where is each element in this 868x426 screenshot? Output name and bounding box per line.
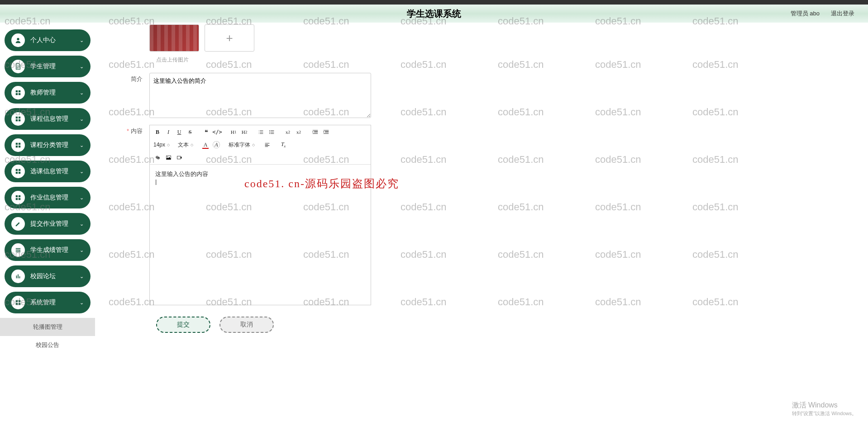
bold-button[interactable]: B (153, 127, 162, 137)
image-button[interactable] (163, 152, 173, 162)
sidebar-item[interactable]: 提交作业管理⌄ (5, 213, 91, 235)
svg-point-29 (269, 132, 270, 133)
submit-button[interactable]: 提交 (156, 317, 210, 333)
upload-add-button[interactable]: + (205, 24, 254, 52)
align-button[interactable] (262, 140, 272, 150)
sidebar-item[interactable]: 个人中心⌄ (5, 29, 91, 51)
upload-row: + (113, 24, 832, 52)
sidebar-item-label: 课程分类管理 (30, 141, 80, 149)
svg-rect-20 (19, 198, 20, 200)
sidebar-item-label: 选课信息管理 (30, 167, 80, 175)
content-label: *内容 (113, 125, 149, 135)
svg-rect-4 (19, 93, 20, 95)
ordered-list-button[interactable] (256, 127, 266, 137)
outdent-button[interactable] (310, 127, 320, 137)
user-role-label[interactable]: 管理员 abo (791, 9, 820, 18)
h1-button[interactable]: H1 (229, 127, 238, 137)
sidebar-item-label: 个人中心 (30, 36, 80, 44)
sidebar-sub-item[interactable]: 轮播图管理 (0, 318, 95, 336)
main-content: + 点击上传图片 简介 *内容 B I U S ❝ </> H1 (95, 23, 868, 426)
sidebar-item[interactable]: 校园论坛⌄ (5, 265, 91, 287)
sidebar-item-label: 学生成绩管理 (30, 246, 80, 254)
font-type-select[interactable]: 文本◇ (177, 140, 194, 150)
header-right: 管理员 abo 退出登录 (791, 9, 854, 18)
grid-icon (11, 296, 25, 309)
svg-rect-25 (19, 300, 20, 302)
sidebar-item[interactable]: 课程分类管理⌄ (5, 134, 91, 156)
svg-rect-3 (16, 93, 18, 95)
chevron-down-icon: ⌄ (80, 90, 84, 96)
sidebar-item[interactable]: 作业信息管理⌄ (5, 187, 91, 208)
svg-point-32 (167, 156, 168, 157)
subscript-button[interactable]: x2 (283, 127, 293, 137)
superscript-button[interactable]: x2 (294, 127, 304, 137)
svg-rect-26 (16, 303, 18, 305)
sidebar-sub-item[interactable]: 校园公告 (0, 336, 95, 354)
editor-body[interactable]: 这里输入公告的内容 | (150, 165, 371, 305)
quote-button[interactable]: ❝ (201, 127, 211, 137)
chevron-down-icon: ⌄ (80, 116, 84, 122)
user-icon (11, 33, 25, 47)
indent-button[interactable] (321, 127, 331, 137)
chevron-down-icon: ⌄ (80, 169, 84, 175)
intro-row: 简介 (113, 73, 832, 118)
font-family-select[interactable]: 标准字体◇ (228, 140, 256, 150)
svg-rect-13 (16, 169, 18, 171)
sidebar-item[interactable]: 选课信息管理⌄ (5, 161, 91, 182)
clear-format-button[interactable]: Tx (278, 140, 288, 150)
sidebar-item[interactable]: 教师管理⌄ (5, 82, 91, 104)
svg-rect-8 (19, 119, 20, 121)
cancel-button[interactable]: 取消 (219, 317, 274, 333)
svg-point-28 (269, 130, 270, 131)
svg-rect-27 (19, 303, 20, 305)
svg-rect-16 (19, 172, 20, 174)
grid-icon (11, 112, 25, 126)
sidebar-item[interactable]: 学生管理⌄ (5, 56, 91, 77)
svg-rect-21 (16, 275, 17, 278)
svg-rect-23 (19, 276, 20, 278)
link-button[interactable] (153, 152, 162, 162)
rich-editor: B I U S ❝ </> H1 H2 x2 x2 (149, 125, 371, 305)
sidebar-item-label: 提交作业管理 (30, 220, 80, 228)
svg-rect-1 (16, 90, 18, 92)
bars-icon (11, 270, 25, 283)
chevron-down-icon: ⌄ (80, 274, 84, 279)
sidebar: 个人中心⌄学生管理⌄教师管理⌄课程信息管理⌄课程分类管理⌄选课信息管理⌄作业信息… (0, 23, 95, 426)
underline-button[interactable]: U (174, 127, 184, 137)
intro-textarea[interactable] (149, 73, 371, 118)
grid-icon (11, 191, 25, 204)
intro-label: 简介 (113, 73, 149, 83)
sidebar-item-label: 作业信息管理 (30, 194, 80, 202)
upload-slots: + (149, 24, 254, 52)
sidebar-item[interactable]: 课程信息管理⌄ (5, 108, 91, 130)
svg-rect-7 (16, 119, 18, 121)
sidebar-item-label: 课程信息管理 (30, 115, 80, 123)
font-size-select[interactable]: 14px◇ (153, 140, 171, 150)
chevron-down-icon: ⌄ (80, 247, 84, 253)
sidebar-item[interactable]: 学生成绩管理⌄ (5, 239, 91, 261)
svg-rect-6 (19, 117, 20, 118)
editor-caret: | (155, 178, 365, 185)
upload-preview[interactable] (149, 24, 199, 52)
logout-link[interactable]: 退出登录 (831, 9, 854, 18)
svg-rect-19 (16, 198, 18, 200)
svg-rect-2 (19, 90, 20, 92)
editor-content-text: 这里输入公告的内容 (155, 170, 365, 178)
h2-button[interactable]: H2 (239, 127, 249, 137)
svg-rect-15 (16, 172, 18, 174)
svg-rect-10 (19, 143, 20, 145)
code-button[interactable]: </> (212, 127, 222, 137)
svg-point-30 (269, 133, 270, 134)
svg-rect-5 (16, 117, 18, 118)
sidebar-item[interactable]: 系统管理⌄ (5, 292, 91, 313)
svg-rect-24 (16, 300, 18, 302)
unordered-list-button[interactable] (267, 127, 277, 137)
text-color-button[interactable]: A (200, 140, 210, 150)
form-buttons: 提交 取消 (156, 317, 832, 333)
strike-button[interactable]: S (185, 127, 195, 137)
video-button[interactable] (174, 152, 184, 162)
bg-color-button[interactable]: A (211, 140, 221, 150)
italic-button[interactable]: I (163, 127, 173, 137)
plus-icon: + (226, 31, 233, 45)
chevron-down-icon: ⌄ (80, 64, 84, 70)
